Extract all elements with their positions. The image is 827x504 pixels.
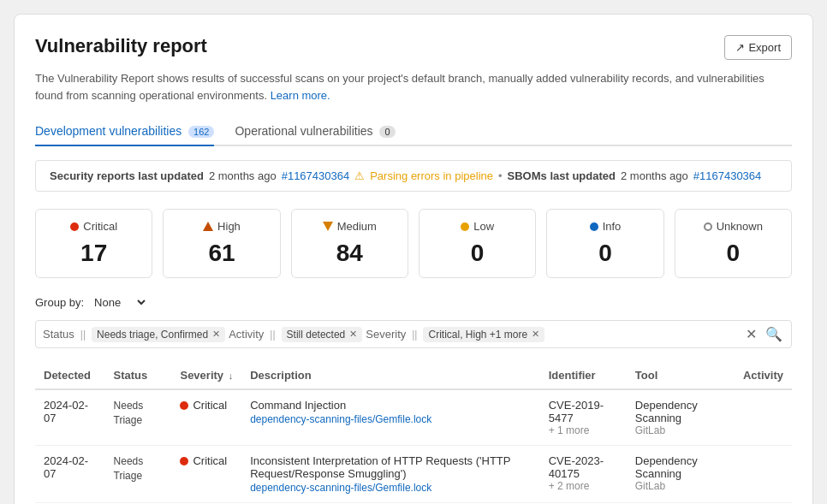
severity-card-low[interactable]: Low 0	[419, 209, 536, 278]
col-tool: Tool	[627, 362, 735, 389]
cell-status-0: Needs Triage	[105, 389, 172, 446]
page-title: Vulnerability report	[35, 35, 207, 57]
critical-dot-1	[180, 457, 188, 465]
security-reports-label: Security reports last updated	[50, 169, 204, 182]
vuln-link-1[interactable]: dependency-scanning-files/Gemfile.lock	[250, 482, 532, 494]
status-bar: Security reports last updated 2 months a…	[35, 160, 792, 192]
learn-more-link[interactable]: Learn more.	[271, 89, 330, 102]
cell-identifier-0: CVE-2019-5477 + 1 more	[540, 389, 627, 446]
info-icon	[590, 222, 598, 231]
group-by-label: Group by:	[35, 296, 84, 309]
critical-dot-0	[180, 401, 188, 410]
group-by-select[interactable]: None Severity Tool	[91, 295, 148, 310]
sboms-label: SBOMs last updated	[508, 169, 616, 182]
unknown-icon	[704, 222, 712, 231]
needs-triage-confirmed-filter[interactable]: Needs triage, Confirmed ✕	[92, 327, 225, 342]
col-status: Status	[105, 362, 172, 389]
severity-card-unknown[interactable]: Unknown 0	[675, 209, 792, 278]
cell-severity-1: Critical	[171, 446, 241, 503]
col-detected: Detected	[35, 362, 105, 389]
severity-card-medium[interactable]: Medium 84	[291, 209, 408, 278]
medium-icon	[323, 222, 333, 231]
cell-tool-0: Dependency Scanning GitLab	[627, 389, 735, 446]
severity-cards: Critical 17 High 61 Medium 84 Low 0	[35, 209, 792, 278]
filter-bar: Status || Needs triage, Confirmed ✕ Acti…	[35, 320, 792, 348]
severity-card-critical[interactable]: Critical 17	[35, 209, 152, 278]
table-header: Detected Status Severity ↓ Description I…	[35, 362, 792, 389]
severity-critical-label: Critical	[48, 220, 140, 233]
page-header: Vulnerability report ↗ Export	[35, 35, 792, 60]
critical-high-filter[interactable]: Critical, High +1 more ✕	[423, 327, 544, 342]
severity-high-count: 61	[176, 240, 267, 267]
security-reports-link[interactable]: #1167430364	[282, 169, 350, 182]
cell-identifier-1: CVE-2023-40175 + 2 more	[540, 446, 627, 503]
security-reports-time: 2 months ago	[209, 169, 277, 182]
severity-high-label: High	[176, 220, 267, 233]
search-button[interactable]: 🔍	[764, 324, 784, 344]
severity-critical-count: 17	[48, 240, 140, 267]
severity-info-count: 0	[559, 240, 651, 267]
dev-vuln-badge: 162	[188, 126, 214, 138]
low-icon	[461, 222, 469, 231]
main-container: Vulnerability report ↗ Export The Vulner…	[14, 14, 813, 504]
severity-unknown-label: Unknown	[687, 220, 779, 233]
severity-unknown-count: 0	[687, 240, 779, 267]
sboms-link[interactable]: #1167430364	[693, 169, 762, 182]
tab-development-vulnerabilities[interactable]: Development vulnerabilities 162	[35, 117, 214, 146]
severity-medium-label: Medium	[304, 220, 396, 233]
severity-medium-count: 84	[304, 240, 396, 267]
severity-low-label: Low	[431, 220, 523, 233]
clear-filters-button[interactable]: ✕	[744, 324, 759, 344]
cell-activity-0	[735, 389, 792, 446]
critical-icon	[70, 222, 79, 231]
cell-severity-0: Critical	[171, 389, 241, 446]
vuln-link-0[interactable]: dependency-scanning-files/Gemfile.lock	[250, 413, 532, 425]
severity-info-label: Info	[559, 220, 651, 233]
page-description: The Vulnerability Report shows results o…	[35, 70, 792, 104]
cell-activity-1	[735, 446, 792, 503]
dot-separator: •	[498, 169, 503, 182]
parsing-errors-link[interactable]: Parsing errors in pipeline	[370, 169, 493, 182]
remove-needs-triage-filter[interactable]: ✕	[212, 329, 220, 340]
severity-filter-label: Severity	[366, 328, 406, 341]
group-by-control: Group by: None Severity Tool	[35, 295, 792, 310]
table-body: 2024-02-07 Needs Triage Critical Command…	[35, 389, 792, 504]
cell-description-0: Command Injection dependency-scanning-fi…	[241, 389, 540, 446]
severity-sort-arrow: ↓	[229, 371, 234, 381]
severity-low-count: 0	[431, 240, 523, 267]
high-icon	[203, 222, 213, 231]
export-button[interactable]: ↗ Export	[724, 35, 792, 60]
cell-tool-1: Dependency Scanning GitLab	[627, 446, 735, 503]
vulnerabilities-table: Detected Status Severity ↓ Description I…	[35, 362, 792, 504]
filter-icons: ✕ 🔍	[744, 324, 784, 344]
remove-still-detected-filter[interactable]: ✕	[349, 329, 357, 340]
cell-detected-1: 2024-02-07	[35, 446, 105, 503]
cell-detected-0: 2024-02-07	[35, 389, 105, 446]
remove-critical-high-filter[interactable]: ✕	[532, 329, 539, 340]
tab-operational-vulnerabilities[interactable]: Operational vulnerabilities 0	[235, 117, 395, 146]
table-row: 2024-02-07 Needs Triage Critical Command…	[35, 389, 792, 446]
ops-vuln-badge: 0	[379, 126, 395, 138]
export-icon: ↗	[735, 41, 745, 54]
col-severity[interactable]: Severity ↓	[171, 362, 241, 389]
cell-status-1: Needs Triage	[105, 446, 172, 503]
activity-filter-label: Activity	[229, 328, 264, 341]
cell-description-1: Inconsistent Interpretation of HTTP Requ…	[241, 446, 540, 503]
status-filter-label: Status	[43, 328, 74, 341]
warning-icon: ⚠	[354, 169, 365, 182]
sboms-time: 2 months ago	[621, 169, 688, 182]
export-label: Export	[748, 41, 781, 54]
col-identifier: Identifier	[540, 362, 627, 389]
col-description: Description	[241, 362, 540, 389]
col-activity: Activity	[735, 362, 792, 389]
table-row: 2024-02-07 Needs Triage Critical Inconsi…	[35, 446, 792, 503]
tabs-bar: Development vulnerabilities 162 Operatio…	[35, 117, 792, 146]
severity-card-high[interactable]: High 61	[163, 209, 280, 278]
severity-card-info[interactable]: Info 0	[546, 209, 663, 278]
still-detected-filter[interactable]: Still detected ✕	[282, 327, 363, 342]
